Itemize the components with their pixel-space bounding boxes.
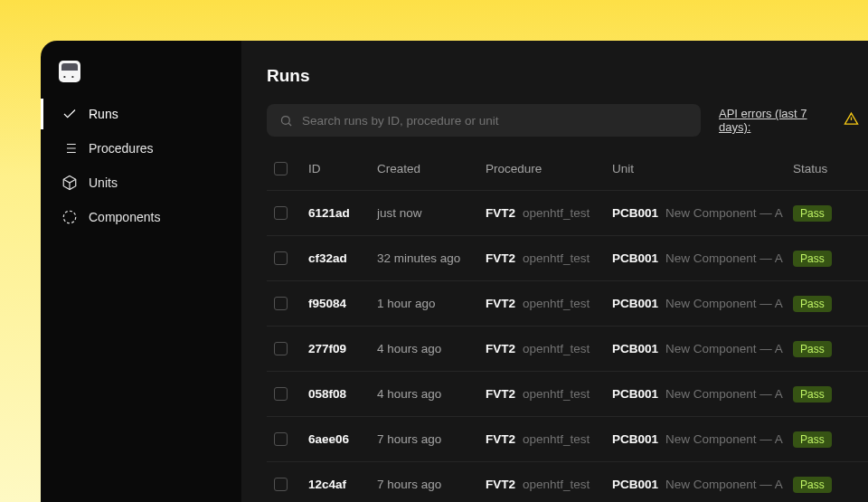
status-badge: Pass bbox=[793, 205, 832, 222]
table-body: 6121adjust nowFVT2openhtf_testPCB001New … bbox=[267, 191, 868, 502]
cell-status: Pass bbox=[793, 205, 860, 222]
row-checkbox[interactable] bbox=[274, 478, 288, 491]
search-input[interactable] bbox=[302, 114, 688, 128]
cell-created: 7 hours ago bbox=[377, 432, 486, 446]
cell-unit: PCB001New Component — A bbox=[612, 251, 793, 265]
cell-id: 12c4af bbox=[308, 478, 377, 491]
search-box[interactable] bbox=[267, 104, 701, 137]
search-icon bbox=[279, 114, 293, 128]
cell-created: 32 minutes ago bbox=[377, 251, 486, 265]
page-title: Runs bbox=[267, 66, 868, 86]
cell-procedure: FVT2openhtf_test bbox=[486, 432, 612, 446]
cell-procedure: FVT2openhtf_test bbox=[486, 387, 612, 401]
status-badge: Pass bbox=[793, 386, 832, 403]
procedure-code: FVT2 bbox=[486, 432, 515, 446]
th-status: Status bbox=[793, 162, 860, 175]
unit-code: PCB001 bbox=[612, 478, 658, 491]
th-procedure: Procedure bbox=[486, 162, 612, 175]
cell-unit: PCB001New Component — A bbox=[612, 478, 793, 491]
sidebar-item-label: Procedures bbox=[89, 141, 154, 156]
procedure-code: FVT2 bbox=[486, 251, 515, 265]
row-checkbox[interactable] bbox=[274, 387, 288, 401]
api-errors-label[interactable]: API errors (last 7 days): bbox=[719, 107, 836, 134]
sidebar-item-label: Runs bbox=[89, 107, 118, 121]
unit-code: PCB001 bbox=[612, 206, 658, 220]
svg-point-7 bbox=[282, 116, 290, 124]
sidebar-item-units[interactable]: Units bbox=[41, 167, 241, 198]
th-created: Created bbox=[377, 162, 486, 175]
cell-id: f95084 bbox=[308, 297, 377, 310]
cell-unit: PCB001New Component — A bbox=[612, 206, 793, 220]
cell-status: Pass bbox=[793, 341, 860, 357]
unit-name: New Component — A bbox=[665, 251, 783, 265]
cell-status: Pass bbox=[793, 296, 860, 312]
sidebar: Runs Procedures Units Components bbox=[41, 41, 241, 502]
unit-code: PCB001 bbox=[612, 251, 658, 265]
svg-point-6 bbox=[63, 211, 76, 223]
sidebar-item-label: Units bbox=[89, 175, 118, 190]
table-row[interactable]: 058f084 hours agoFVT2openhtf_testPCB001N… bbox=[267, 372, 868, 417]
circle-dashed-icon bbox=[61, 209, 78, 225]
cell-status: Pass bbox=[793, 386, 860, 403]
cell-status: Pass bbox=[793, 251, 860, 267]
unit-code: PCB001 bbox=[612, 387, 658, 401]
status-badge: Pass bbox=[793, 477, 832, 493]
procedure-name: openhtf_test bbox=[523, 342, 590, 355]
procedure-code: FVT2 bbox=[486, 387, 515, 401]
cell-procedure: FVT2openhtf_test bbox=[486, 342, 612, 355]
row-checkbox[interactable] bbox=[274, 206, 288, 220]
toolbar: API errors (last 7 days): bbox=[267, 104, 868, 137]
table-row[interactable]: f950841 hour agoFVT2openhtf_testPCB001Ne… bbox=[267, 281, 868, 327]
unit-name: New Component — A bbox=[665, 432, 783, 446]
unit-name: New Component — A bbox=[665, 387, 783, 401]
th-unit: Unit bbox=[612, 162, 793, 175]
table-row[interactable]: 12c4af7 hours agoFVT2openhtf_testPCB001N… bbox=[267, 462, 868, 502]
status-badge: Pass bbox=[793, 341, 832, 357]
app-window: Runs Procedures Units Components Runs bbox=[41, 41, 868, 502]
cell-created: 1 hour ago bbox=[377, 297, 486, 310]
table-row[interactable]: 6121adjust nowFVT2openhtf_testPCB001New … bbox=[267, 191, 868, 236]
cell-created: 4 hours ago bbox=[377, 387, 486, 401]
cube-icon bbox=[61, 175, 78, 191]
list-icon bbox=[61, 140, 78, 156]
cell-id: 6121ad bbox=[308, 206, 377, 220]
procedure-code: FVT2 bbox=[486, 297, 515, 310]
cell-procedure: FVT2openhtf_test bbox=[486, 206, 612, 220]
check-icon bbox=[61, 106, 78, 122]
sidebar-item-runs[interactable]: Runs bbox=[41, 99, 241, 129]
sidebar-item-components[interactable]: Components bbox=[41, 202, 241, 232]
cell-created: just now bbox=[377, 206, 486, 220]
app-logo bbox=[59, 61, 80, 82]
row-checkbox[interactable] bbox=[274, 342, 288, 355]
select-all-checkbox[interactable] bbox=[274, 162, 288, 175]
procedure-code: FVT2 bbox=[486, 342, 515, 355]
table-row[interactable]: 6aee067 hours agoFVT2openhtf_testPCB001N… bbox=[267, 417, 868, 462]
cell-procedure: FVT2openhtf_test bbox=[486, 251, 612, 265]
row-checkbox[interactable] bbox=[274, 432, 288, 446]
cell-id: 6aee06 bbox=[308, 432, 377, 446]
unit-code: PCB001 bbox=[612, 297, 658, 310]
table-row[interactable]: 277f094 hours agoFVT2openhtf_testPCB001N… bbox=[267, 327, 868, 372]
procedure-code: FVT2 bbox=[486, 478, 515, 491]
unit-name: New Component — A bbox=[665, 297, 783, 310]
status-badge: Pass bbox=[793, 296, 832, 312]
runs-table: ID Created Procedure Unit Status 6121adj… bbox=[267, 162, 868, 502]
cell-procedure: FVT2openhtf_test bbox=[486, 478, 612, 491]
unit-name: New Component — A bbox=[665, 342, 783, 355]
table-header: ID Created Procedure Unit Status bbox=[267, 162, 868, 191]
cell-id: 058f08 bbox=[308, 387, 377, 401]
api-errors-link[interactable]: API errors (last 7 days): bbox=[719, 107, 859, 134]
th-id: ID bbox=[308, 162, 377, 175]
cell-unit: PCB001New Component — A bbox=[612, 342, 793, 355]
cell-status: Pass bbox=[793, 431, 860, 448]
procedure-name: openhtf_test bbox=[523, 478, 590, 491]
row-checkbox[interactable] bbox=[274, 297, 288, 310]
procedure-name: openhtf_test bbox=[523, 387, 590, 401]
unit-name: New Component — A bbox=[665, 206, 783, 220]
cell-created: 7 hours ago bbox=[377, 478, 486, 491]
sidebar-item-procedures[interactable]: Procedures bbox=[41, 133, 241, 164]
procedure-name: openhtf_test bbox=[523, 432, 590, 446]
row-checkbox[interactable] bbox=[274, 251, 288, 265]
table-row[interactable]: cf32ad32 minutes agoFVT2openhtf_testPCB0… bbox=[267, 236, 868, 281]
unit-name: New Component — A bbox=[665, 478, 783, 491]
